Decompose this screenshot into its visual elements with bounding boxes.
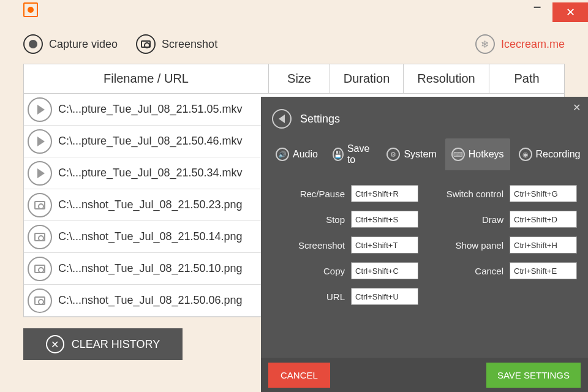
tab-system-label: System	[404, 149, 436, 160]
hotkey-label: Screenshot	[298, 240, 345, 251]
camera-icon[interactable]	[28, 193, 52, 217]
system-icon: ⚙	[386, 148, 400, 161]
hotkey-input[interactable]	[351, 236, 418, 254]
hotkey-label: Copy	[323, 266, 345, 276]
hotkey-row: Rec/Pause	[272, 185, 418, 202]
hotkey-label: Cancel	[475, 266, 503, 276]
camera-icon[interactable]	[28, 288, 52, 313]
camera-icon	[136, 34, 156, 54]
cancel-button[interactable]: CANCEL	[268, 363, 330, 388]
clear-icon: ✕	[46, 335, 64, 353]
tab-audio[interactable]: 🔊Audio	[270, 138, 324, 170]
back-arrow-icon	[279, 115, 285, 123]
settings-panel: ✕ Settings 🔊Audio 💾Save to ⚙System ⌨Hotk…	[261, 97, 588, 392]
clear-history-label: CLEAR HISTORY	[72, 338, 160, 351]
recording-icon: ◉	[519, 148, 532, 161]
hotkey-label: Rec/Pause	[300, 189, 345, 199]
hotkey-input[interactable]	[510, 262, 577, 279]
hotkey-input[interactable]	[510, 236, 577, 254]
close-button[interactable]: ✕	[552, 2, 588, 22]
file-name: C:\...nshot_Tue_Jul_08_21.50.10.png	[58, 262, 243, 275]
settings-back-button[interactable]	[272, 109, 292, 129]
hotkey-row: Draw	[431, 211, 577, 228]
play-icon[interactable]	[28, 129, 52, 154]
capture-video-mode[interactable]: Capture video	[23, 34, 118, 54]
hotkey-icon: ⌨	[451, 148, 465, 161]
tab-recording-label: Recording	[536, 149, 581, 160]
tab-saveto[interactable]: 💾Save to	[326, 138, 378, 170]
play-icon[interactable]	[28, 161, 52, 186]
col-duration[interactable]: Duration	[330, 64, 404, 93]
file-name: C:\...nshot_Tue_Jul_08_21.50.14.png	[58, 230, 243, 243]
hotkey-label: Draw	[482, 214, 503, 225]
record-icon	[23, 34, 43, 54]
camera-icon[interactable]	[28, 257, 52, 281]
clear-history-button[interactable]: ✕ CLEAR HISTORY	[23, 328, 183, 360]
hotkey-input[interactable]	[510, 211, 577, 228]
save-icon: 💾	[333, 148, 344, 161]
tab-saveto-label: Save to	[347, 143, 372, 165]
hotkey-row: URL	[272, 288, 418, 305]
hotkey-row: Stop	[272, 211, 418, 228]
file-name: C:\...pture_Tue_Jul_08_21.51.05.mkv	[58, 103, 243, 116]
minimize-button[interactable]: –	[528, 2, 546, 18]
brand-text: Icecream.me	[501, 38, 565, 51]
col-resolution[interactable]: Resolution	[404, 64, 489, 93]
hotkey-row: Cancel	[431, 262, 577, 279]
tab-hotkeys[interactable]: ⌨Hotkeys	[445, 138, 510, 170]
screenshot-label: Screenshot	[162, 38, 217, 51]
settings-title: Settings	[300, 113, 340, 126]
play-icon[interactable]	[28, 97, 52, 122]
hotkey-label: Switch control	[447, 189, 503, 199]
hotkey-input[interactable]	[351, 211, 418, 228]
screenshot-mode[interactable]: Screenshot	[136, 34, 217, 54]
col-path[interactable]: Path	[489, 64, 564, 93]
app-icon	[23, 2, 38, 17]
camera-icon[interactable]	[28, 225, 52, 249]
icecream-icon: ❄	[475, 34, 495, 54]
hotkey-input[interactable]	[510, 185, 577, 202]
col-filename[interactable]: Filename / URL	[24, 64, 269, 93]
hotkey-input[interactable]	[351, 288, 418, 305]
hotkey-input[interactable]	[351, 262, 418, 279]
file-name: C:\...nshot_Tue_Jul_08_21.50.06.png	[58, 294, 243, 307]
hotkey-label: Show panel	[456, 240, 503, 251]
save-settings-button[interactable]: SAVE SETTINGS	[486, 363, 581, 388]
audio-icon: 🔊	[276, 148, 289, 161]
tab-recording[interactable]: ◉Recording	[513, 138, 587, 170]
table-header: Filename / URL Size Duration Resolution …	[24, 64, 564, 94]
hotkey-row: Copy	[272, 262, 418, 279]
file-name: C:\...pture_Tue_Jul_08_21.50.34.mkv	[58, 167, 243, 179]
tab-hotkeys-label: Hotkeys	[469, 149, 504, 160]
file-name: C:\...pture_Tue_Jul_08_21.50.46.mkv	[58, 135, 243, 148]
hotkey-row: Switch control	[431, 185, 577, 202]
file-name: C:\...nshot_Tue_Jul_08_21.50.23.png	[58, 198, 243, 211]
tab-audio-label: Audio	[293, 149, 318, 160]
capture-video-label: Capture video	[49, 38, 118, 51]
hotkey-input[interactable]	[351, 185, 418, 202]
hotkey-row: Show panel	[431, 236, 577, 254]
brand-link[interactable]: ❄ Icecream.me	[475, 34, 565, 54]
hotkey-label: Stop	[326, 214, 345, 225]
tab-system[interactable]: ⚙System	[380, 138, 442, 170]
settings-close-button[interactable]: ✕	[573, 102, 581, 113]
col-size[interactable]: Size	[269, 64, 330, 93]
hotkey-row: Screenshot	[272, 236, 418, 254]
hotkey-label: URL	[326, 292, 345, 302]
